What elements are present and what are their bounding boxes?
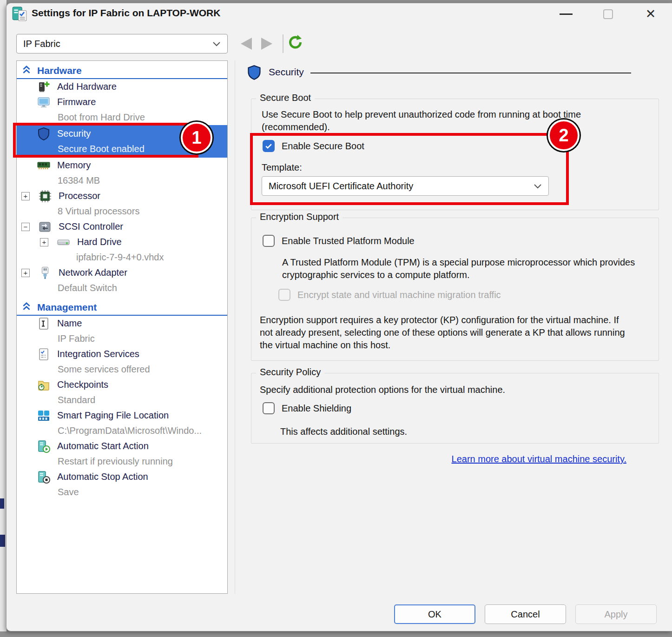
security-policy-group: Security Policy Specify additional prote… bbox=[251, 373, 659, 444]
screen: Settings for IP Fabric on LAPTOP-WORK ✕ … bbox=[0, 0, 672, 637]
annotation-circle-1: 1 bbox=[181, 122, 212, 153]
encrypt-state-row: Encrypt state and virtual machine migrat… bbox=[278, 289, 501, 301]
sidebar-sub-smart-paging: C:\ProgramData\Microsoft\Windo... bbox=[17, 423, 227, 438]
sidebar-sub-processor: 8 Virtual processors bbox=[17, 204, 227, 219]
hard-drive-icon bbox=[56, 238, 71, 246]
sidebar-item-add-hardware[interactable]: Add Hardware bbox=[17, 79, 227, 94]
item-label: Firmware bbox=[57, 97, 96, 107]
group-title: Security Policy bbox=[256, 367, 324, 378]
scsi-controller-icon bbox=[38, 221, 53, 233]
navigate-back-button[interactable] bbox=[241, 38, 252, 50]
shielding-note: This affects additional settings. bbox=[280, 425, 407, 438]
cancel-button[interactable]: Cancel bbox=[485, 604, 566, 624]
sidebar-item-automatic-stop-action[interactable]: Automatic Stop Action bbox=[17, 469, 227, 484]
sidebar-item-name[interactable]: Name bbox=[17, 316, 227, 331]
sidebar-item-smart-paging[interactable]: Smart Paging File Location bbox=[17, 408, 227, 423]
sidebar-item-memory[interactable]: Memory bbox=[17, 158, 227, 173]
network-adapter-icon bbox=[38, 266, 53, 280]
item-label: Automatic Stop Action bbox=[57, 471, 148, 482]
background-text-fragment bbox=[0, 498, 4, 509]
panel-title: Security bbox=[269, 66, 304, 78]
memory-icon bbox=[36, 160, 51, 171]
expand-toggle[interactable]: + bbox=[21, 269, 30, 277]
section-label: Hardware bbox=[37, 65, 82, 76]
item-label: Automatic Start Action bbox=[57, 441, 149, 451]
expand-toggle[interactable]: + bbox=[21, 192, 30, 200]
enable-shielding-label: Enable Shielding bbox=[282, 403, 351, 414]
sidebar-sub-checkpoints: Standard bbox=[17, 392, 227, 408]
toolbar-divider bbox=[283, 34, 283, 53]
collapse-chevron-icon bbox=[21, 301, 32, 313]
name-icon bbox=[36, 317, 51, 330]
sidebar-item-processor[interactable]: + Processor bbox=[17, 188, 227, 204]
sidebar-item-firmware[interactable]: Firmware bbox=[17, 94, 227, 110]
sidebar-sub-integration-services: Some services offered bbox=[17, 362, 227, 377]
annotation-rect-2 bbox=[250, 133, 569, 205]
desktop-background-strip bbox=[0, 0, 7, 631]
annotation-rect-1 bbox=[13, 123, 198, 158]
sidebar-sub-memory: 16384 MB bbox=[17, 173, 227, 188]
checkpoints-icon bbox=[36, 379, 51, 391]
item-label: SCSI Controller bbox=[59, 221, 123, 232]
firmware-icon bbox=[36, 96, 51, 108]
item-label: Integration Services bbox=[57, 349, 139, 359]
refresh-button[interactable] bbox=[286, 33, 303, 52]
sidebar-item-checkpoints[interactable]: Checkpoints bbox=[17, 377, 227, 392]
chevron-down-icon bbox=[212, 39, 221, 49]
sidebar-item-automatic-start-action[interactable]: Automatic Start Action bbox=[17, 438, 227, 454]
navigate-forward-button[interactable] bbox=[261, 38, 272, 50]
item-label: Memory bbox=[57, 160, 91, 171]
panel-divider bbox=[235, 60, 235, 594]
expand-toggle[interactable]: + bbox=[40, 238, 48, 246]
enable-shielding-row: Enable Shielding bbox=[263, 402, 351, 414]
hyperv-settings-icon bbox=[12, 6, 28, 25]
close-button[interactable]: ✕ bbox=[638, 4, 664, 24]
smart-paging-icon bbox=[36, 409, 51, 422]
enable-tpm-label: Enable Trusted Platform Module bbox=[282, 236, 415, 246]
ok-button[interactable]: OK bbox=[394, 604, 475, 624]
minimize-icon bbox=[560, 13, 573, 15]
collapse-chevron-icon bbox=[21, 64, 32, 77]
security-shield-header-icon bbox=[247, 65, 262, 82]
sidebar-item-hard-drive[interactable]: + Hard Drive bbox=[17, 234, 227, 250]
encryption-support-group: Encryption Support Enable Trusted Platfo… bbox=[251, 218, 659, 361]
sidebar-item-integration-services[interactable]: Integration Services bbox=[17, 346, 227, 362]
collapse-toggle[interactable]: − bbox=[21, 223, 30, 231]
security-policy-description: Specify additional protection options fo… bbox=[260, 384, 622, 396]
minimize-button[interactable] bbox=[553, 4, 579, 24]
processor-icon bbox=[38, 190, 53, 203]
item-label: Hard Drive bbox=[77, 237, 122, 247]
enable-shielding-checkbox[interactable] bbox=[263, 402, 275, 414]
auto-start-action-icon bbox=[36, 439, 51, 453]
item-label: Smart Paging File Location bbox=[57, 410, 169, 421]
sidebar-sub-automatic-stop-action: Save bbox=[17, 484, 227, 500]
item-label: Add Hardware bbox=[57, 81, 117, 92]
panel-title-rule bbox=[310, 73, 631, 73]
background-text-fragment bbox=[0, 535, 5, 547]
maximize-icon bbox=[603, 9, 613, 19]
enable-tpm-row: Enable Trusted Platform Module bbox=[263, 235, 415, 247]
sidebar-sub-name: IP Fabric bbox=[17, 331, 227, 346]
sidebar-section-hardware[interactable]: Hardware bbox=[17, 61, 227, 79]
window-title: Settings for IP Fabric on LAPTOP-WORK bbox=[32, 7, 220, 19]
group-title: Secure Boot bbox=[256, 93, 315, 103]
sidebar-item-network-adapter[interactable]: + Network Adapter bbox=[17, 265, 227, 280]
learn-more-link[interactable]: Learn more about virtual machine securit… bbox=[251, 454, 626, 464]
kp-description: Encryption support requires a key protec… bbox=[260, 314, 630, 352]
encrypt-state-checkbox bbox=[278, 289, 290, 301]
sidebar-item-scsi-controller[interactable]: − SCSI Controller bbox=[17, 219, 227, 234]
item-label: Network Adapter bbox=[59, 267, 127, 278]
enable-tpm-checkbox[interactable] bbox=[263, 235, 275, 247]
refresh-icon bbox=[286, 33, 303, 50]
annotation-circle-2: 2 bbox=[548, 119, 580, 151]
encrypt-state-label: Encrypt state and virtual machine migrat… bbox=[297, 290, 501, 300]
close-icon: ✕ bbox=[646, 8, 656, 20]
item-label: Checkpoints bbox=[57, 379, 108, 390]
vm-selector-dropdown[interactable]: IP Fabric bbox=[16, 34, 228, 53]
maximize-button[interactable] bbox=[595, 4, 621, 24]
item-label: Processor bbox=[59, 191, 100, 201]
sidebar-sub-automatic-start-action: Restart if previously running bbox=[17, 454, 227, 469]
sidebar-sub-network-adapter: Default Switch bbox=[17, 280, 227, 296]
sidebar-section-management[interactable]: Management bbox=[17, 298, 227, 316]
apply-button: Apply bbox=[575, 604, 657, 624]
